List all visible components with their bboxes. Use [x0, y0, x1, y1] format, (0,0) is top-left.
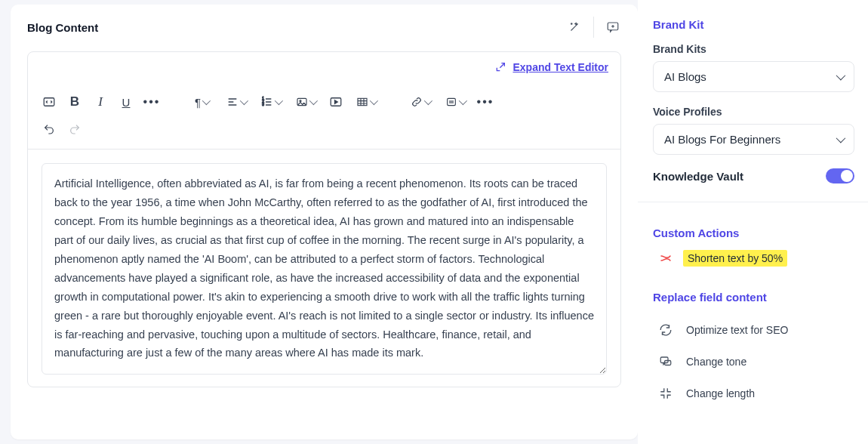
custom-action-shorten[interactable]: Shorten text by 50%	[653, 250, 854, 267]
expand-label: Expand Text Editor	[512, 61, 608, 73]
shorten-icon	[659, 251, 673, 265]
voice-profiles-label: Voice Profiles	[653, 106, 854, 118]
divider	[638, 202, 868, 202]
redo-button[interactable]	[63, 117, 87, 141]
code-block-button[interactable]	[37, 90, 61, 114]
chevron-down-icon	[275, 97, 283, 105]
more-formatting-button[interactable]: •••	[140, 90, 164, 114]
editor-box: Expand Text Editor B I U ••• ¶	[27, 51, 621, 387]
knowledge-vault-toggle[interactable]	[826, 168, 854, 183]
chevron-down-icon	[424, 97, 432, 105]
expand-text-editor-link[interactable]: Expand Text Editor	[494, 61, 608, 73]
bold-button[interactable]: B	[63, 90, 87, 114]
brand-kit-title: Brand Kit	[653, 18, 854, 31]
editor-panel: Blog Content	[11, 5, 638, 439]
contract-icon	[659, 387, 673, 400]
paragraph-button[interactable]: ¶	[185, 90, 218, 114]
italic-button[interactable]: I	[88, 90, 112, 114]
variable-button[interactable]	[439, 90, 472, 114]
align-button[interactable]	[220, 90, 253, 114]
svg-rect-9	[358, 98, 367, 105]
chevron-down-icon	[240, 97, 248, 105]
svg-rect-2	[44, 98, 54, 106]
svg-text:3: 3	[262, 103, 264, 106]
action-label: Change tone	[686, 356, 746, 368]
toolbar: B I U ••• ¶ 123	[28, 82, 620, 150]
underline-button[interactable]: U	[114, 90, 138, 114]
voice-profiles-select[interactable]: AI Blogs For Beginners	[653, 124, 854, 155]
knowledge-vault-label: Knowledge Vault	[653, 170, 743, 183]
divider	[593, 17, 594, 38]
brand-kits-label: Brand Kits	[653, 43, 854, 55]
brand-kits-value: AI Blogs	[664, 70, 706, 83]
voice-profiles-value: AI Blogs For Beginners	[664, 133, 780, 146]
more-button[interactable]: •••	[473, 90, 497, 114]
side-panel: Brand Kit Brand Kits AI Blogs Voice Prof…	[638, 0, 868, 444]
chevron-down-icon	[202, 97, 211, 105]
chevron-down-icon	[836, 71, 846, 81]
table-button[interactable]	[349, 90, 383, 114]
chevron-down-icon	[309, 97, 318, 105]
magic-wand-icon[interactable]	[566, 19, 583, 35]
action-optimize-seo[interactable]: Optimize text for SEO	[653, 314, 854, 346]
action-label: Optimize text for SEO	[686, 324, 788, 336]
custom-action-label: Shorten text by 50%	[683, 250, 787, 267]
comment-add-icon[interactable]	[605, 19, 621, 35]
undo-button[interactable]	[37, 117, 61, 141]
action-change-length[interactable]: Change length	[653, 378, 854, 409]
refresh-icon	[659, 323, 673, 337]
chat-icon	[659, 355, 673, 368]
svg-point-7	[300, 100, 301, 102]
action-change-tone[interactable]: Change tone	[653, 346, 854, 378]
chevron-down-icon	[459, 97, 467, 105]
header-icons	[566, 17, 621, 38]
brand-kits-select[interactable]: AI Blogs	[653, 61, 854, 92]
editor-title: Blog Content	[27, 21, 98, 34]
chevron-down-icon	[370, 97, 378, 105]
content-textarea[interactable]	[42, 163, 607, 375]
link-button[interactable]	[404, 90, 437, 114]
replace-field-title: Replace field content	[653, 291, 854, 304]
list-button[interactable]: 123	[254, 90, 288, 114]
action-label: Change length	[686, 387, 755, 399]
custom-actions-title: Custom Actions	[653, 227, 854, 239]
chevron-down-icon	[836, 134, 846, 143]
video-button[interactable]	[324, 90, 348, 114]
svg-point-0	[571, 23, 573, 25]
image-button[interactable]	[289, 90, 322, 114]
